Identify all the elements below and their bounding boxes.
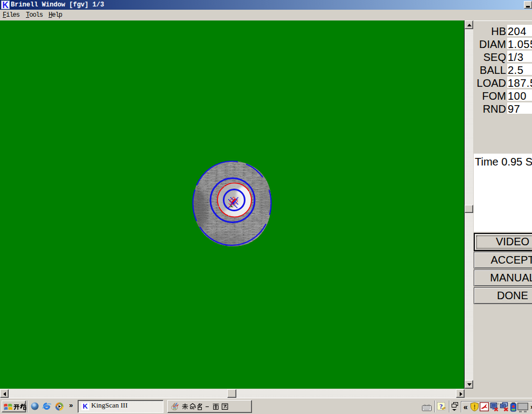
svg-text:!: ! xyxy=(474,404,476,410)
